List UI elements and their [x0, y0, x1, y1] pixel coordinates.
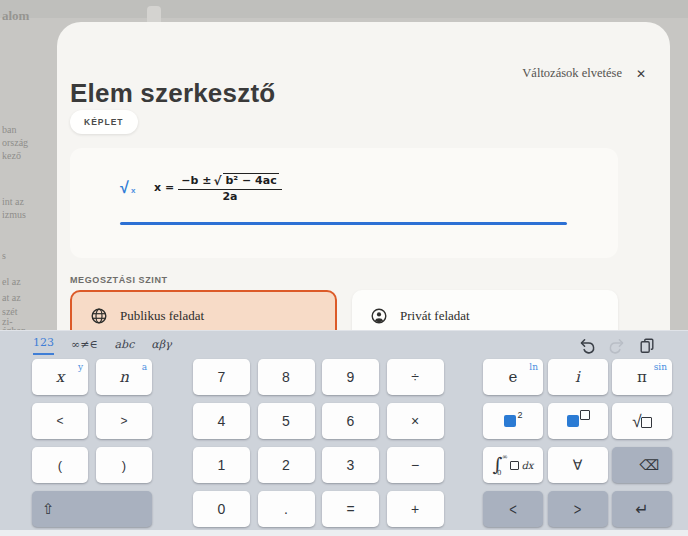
- globe-icon: [90, 307, 108, 325]
- tab-greek[interactable]: αβγ: [151, 338, 171, 355]
- key-divide[interactable]: ÷: [387, 359, 444, 395]
- background-text: izmus: [2, 209, 26, 220]
- option-label: Publikus feladat: [120, 308, 204, 324]
- key-square-root[interactable]: √: [612, 403, 672, 439]
- formula-editor-field[interactable]: √ x x = −b ± √ b² − 4ac 2a: [70, 148, 618, 258]
- tab-abc[interactable]: abc: [115, 338, 135, 355]
- tab-numeric[interactable]: 123: [33, 336, 54, 355]
- key-paren-close[interactable]: ): [96, 447, 152, 483]
- close-icon[interactable]: ✕: [636, 68, 646, 80]
- key-6[interactable]: 6: [322, 403, 379, 439]
- page-title: Elem szerkesztő: [70, 78, 275, 109]
- key-minus[interactable]: −: [387, 447, 444, 483]
- key-5[interactable]: 5: [258, 403, 315, 439]
- background-text: at az: [2, 292, 21, 303]
- key-4[interactable]: 4: [193, 403, 250, 439]
- key-shift[interactable]: ⇧: [32, 491, 152, 527]
- key-enter[interactable]: ↵: [612, 491, 672, 527]
- key-power[interactable]: [548, 403, 608, 439]
- radicand: b² − 4ac: [223, 173, 278, 187]
- key-1[interactable]: 1: [193, 447, 250, 483]
- math-keyboard: 123 ∞≠∈ abc αβγ x y: [0, 330, 688, 531]
- key-7[interactable]: 7: [193, 359, 250, 395]
- key-multiply[interactable]: ×: [387, 403, 444, 439]
- keyboard-left-group: x y n a < > ( ) ⇧: [32, 359, 152, 527]
- element-type-chip: KÉPLET: [70, 110, 138, 134]
- formula-expression: √ x x = −b ± √ b² − 4ac 2a: [120, 172, 282, 203]
- formula-fraction: −b ± √ b² − 4ac 2a: [178, 172, 281, 203]
- clipboard-icon[interactable]: [638, 337, 656, 355]
- background-text: alom: [2, 8, 29, 24]
- formula-cursor-underline: [120, 222, 567, 225]
- keyboard-right-group: e ln i π sin 2 √ ∫: [483, 359, 672, 527]
- tab-symbols[interactable]: ∞≠∈: [71, 338, 98, 355]
- key-x-power-y[interactable]: x y: [32, 359, 88, 395]
- key-0[interactable]: 0: [193, 491, 250, 527]
- key-paren-open[interactable]: (: [32, 447, 88, 483]
- person-icon: [370, 307, 388, 325]
- key-less-than[interactable]: <: [32, 403, 88, 439]
- key-9[interactable]: 9: [322, 359, 379, 395]
- background-text: el az: [2, 276, 21, 287]
- redo-icon[interactable]: [608, 337, 626, 355]
- home-indicator-strip: [0, 530, 688, 536]
- keyboard-tabs: 123 ∞≠∈ abc αβγ: [33, 336, 172, 355]
- screen: alom ban ország kező int az izmus s el a…: [0, 0, 688, 536]
- radicand-placeholder-icon: [641, 417, 652, 428]
- background-top-band: [0, 0, 688, 18]
- background-text: s: [2, 250, 6, 261]
- key-plus[interactable]: +: [387, 491, 444, 527]
- background-text: ország: [2, 137, 28, 148]
- formula-equals: =: [165, 181, 174, 194]
- formula-variable: x: [154, 181, 161, 194]
- key-backspace[interactable]: ⌫: [612, 447, 672, 483]
- key-decimal-point[interactable]: .: [258, 491, 315, 527]
- key-pi-sin[interactable]: π sin: [612, 359, 672, 395]
- sqrt-x-icon: √ x: [120, 179, 140, 197]
- quadratic-formula: x = −b ± √ b² − 4ac 2a: [154, 172, 282, 203]
- placeholder-square-icon: [567, 415, 579, 427]
- sharing-level-label: MEGOSZTÁSI SZINT: [70, 275, 168, 285]
- key-3[interactable]: 3: [322, 447, 379, 483]
- key-cursor-right[interactable]: >: [548, 491, 608, 527]
- option-label: Privát feladat: [400, 308, 470, 324]
- exponent-placeholder-icon: [580, 410, 590, 420]
- undo-icon[interactable]: [578, 337, 596, 355]
- key-i[interactable]: i: [548, 359, 608, 395]
- key-2[interactable]: 2: [258, 447, 315, 483]
- key-equals[interactable]: =: [322, 491, 379, 527]
- key-greater-than[interactable]: >: [96, 403, 152, 439]
- key-e-ln[interactable]: e ln: [483, 359, 543, 395]
- key-8[interactable]: 8: [258, 359, 315, 395]
- key-integral[interactable]: ∫ ∞ 0 dx: [483, 447, 543, 483]
- key-cursor-left[interactable]: <: [483, 491, 543, 527]
- background-text: kező: [2, 150, 21, 161]
- discard-changes-button[interactable]: Változások elvetése: [522, 66, 622, 81]
- background-text: int az: [2, 196, 24, 207]
- integrand-placeholder-icon: [510, 461, 519, 470]
- placeholder-square-icon: [504, 415, 516, 427]
- key-n-power-a[interactable]: n a: [96, 359, 152, 395]
- key-square[interactable]: 2: [483, 403, 543, 439]
- background-text: ban: [2, 124, 16, 135]
- key-forall[interactable]: ∀: [548, 447, 608, 483]
- keyboard-numpad: 7 8 9 ÷ 4 5 6 × 1 2 3 − 0 . = +: [193, 359, 444, 527]
- radical-sign: √: [213, 174, 221, 188]
- denominator: 2a: [222, 189, 237, 203]
